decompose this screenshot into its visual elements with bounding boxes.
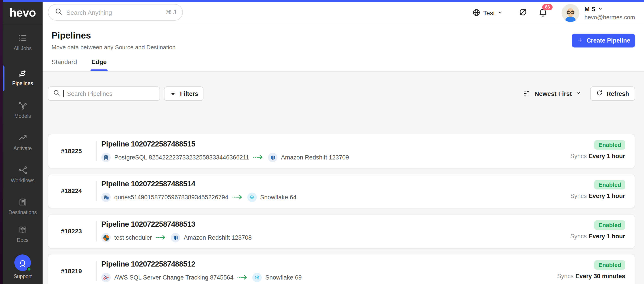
window-edge-strip [0, 0, 3, 284]
pipeline-flow: PostgreSQL 82542222373323255833344636621… [101, 153, 349, 162]
pipeline-flow: AWS SQL Server Change Tracking 8745564 ❄… [101, 273, 302, 282]
status-badge: Enabled [594, 260, 625, 270]
sidebar-item-label: Pipelines [12, 81, 33, 86]
pipeline-seq: #18224 [61, 187, 82, 194]
status-badge: Enabled [594, 220, 625, 230]
flow-arrow-icon [237, 274, 249, 282]
user-menu[interactable]: M S [584, 5, 635, 12]
destination-name: Snowflake 64 [260, 194, 296, 201]
snowflake-icon: ❄ [247, 193, 256, 202]
refresh-label: Refresh [606, 90, 629, 97]
global-search-input[interactable] [66, 9, 162, 16]
create-pipeline-button[interactable]: Create Pipeline [572, 34, 635, 47]
sidebar-item-destinations[interactable]: Destinations [3, 197, 42, 215]
sidebar-item-models[interactable]: Models [3, 101, 42, 119]
chevron-down-icon [598, 5, 603, 12]
support-online-dot [27, 267, 31, 272]
filters-label: Filters [180, 90, 198, 97]
divider [96, 181, 97, 201]
sidebar-item-label: Models [14, 113, 31, 119]
hevo-logo[interactable]: hevo [3, 2, 42, 24]
source-name: quries51490158770596783893455226794 [114, 194, 228, 201]
refresh-icon [596, 90, 603, 98]
create-pipeline-label: Create Pipeline [586, 37, 630, 44]
pipeline-seq: #18219 [61, 268, 82, 275]
sidebar-item-workflows[interactable]: Workflows [3, 165, 42, 183]
planet-icon [518, 7, 528, 19]
snowflake-icon: ❄ [252, 273, 262, 282]
pipeline-search-input[interactable] [67, 90, 155, 97]
divider [96, 141, 97, 161]
sidebar-item-label: Docs [17, 237, 28, 243]
sync-frequency: SyncsEvery 30 minutes [557, 273, 625, 280]
pipelines-icon [18, 68, 28, 78]
divider [96, 221, 97, 242]
destination-name: Amazon Redshift 123708 [184, 234, 252, 241]
sync-frequency: SyncsEvery 1 hour [570, 193, 625, 199]
flow-arrow-icon [232, 193, 244, 201]
postgresql-db-icon [101, 193, 111, 202]
pipeline-row[interactable]: #18223 Pipeline 1020722587488513 test sc… [48, 214, 635, 249]
scheduler-icon [101, 233, 111, 242]
user-email: hevo@hermes.com [584, 14, 635, 20]
postgresql-icon [101, 153, 111, 162]
sidebar-item-pipelines[interactable]: Pipelines [3, 68, 42, 86]
pipeline-row[interactable]: #18219 Pipeline 1020722587488512 AWS SQL… [48, 254, 635, 284]
pipeline-type-tabs: Standard Edge [52, 58, 107, 71]
sort-dropdown[interactable]: Newest First [523, 86, 582, 101]
models-icon [18, 101, 28, 111]
sidebar-item-label: Workflows [11, 178, 34, 183]
destinations-icon [18, 197, 28, 207]
sidebar-item-activate[interactable]: Activate [3, 133, 42, 151]
notification-count-badge: 86 [542, 4, 552, 10]
sidebar-item-docs[interactable]: Docs [3, 225, 42, 243]
pipeline-seq: #18225 [61, 147, 82, 155]
all-jobs-icon [18, 33, 28, 43]
sort-ascending-icon [523, 89, 531, 98]
page-title: Pipelines [52, 30, 91, 41]
sidebar-item-support[interactable]: Support [3, 255, 42, 279]
environment-switcher[interactable]: Test [472, 8, 503, 18]
plus-icon [576, 36, 583, 44]
topbar: ⌘ J Test 86 [42, 2, 644, 24]
source-name: test scheduler [114, 234, 152, 241]
sidebar-item-all-jobs[interactable]: All Jobs [3, 33, 42, 51]
text-caret [63, 90, 64, 97]
notifications-button[interactable]: 86 [538, 7, 548, 18]
support-headset-icon [14, 255, 31, 271]
filter-icon [169, 89, 176, 98]
pipeline-seq: #18223 [61, 228, 82, 235]
destination-name: Snowflake 69 [265, 274, 302, 281]
pipeline-name: Pipeline 1020722587488513 [101, 220, 195, 229]
hevo-logo-text: hevo [10, 6, 36, 20]
tab-edge[interactable]: Edge [92, 58, 107, 71]
pipeline-flow: quries51490158770596783893455226794 ❄ Sn… [101, 193, 296, 202]
sort-label: Newest First [535, 90, 572, 97]
pipeline-row[interactable]: #18225 Pipeline 1020722587488515 Postgre… [48, 134, 635, 168]
sidebar-item-label: Activate [14, 146, 32, 151]
pipeline-name: Pipeline 1020722587488514 [101, 180, 195, 188]
activate-icon [18, 133, 28, 143]
workflows-icon [18, 165, 28, 175]
whats-new-button[interactable] [518, 7, 528, 19]
status-badge: Enabled [594, 140, 625, 150]
sync-frequency: SyncsEvery 1 hour [570, 153, 625, 159]
avatar[interactable] [562, 4, 580, 22]
sidebar: hevo All Jobs Pipelines Models Act [3, 2, 42, 284]
filters-button[interactable]: Filters [164, 86, 204, 101]
sidebar-item-label: Destinations [8, 210, 37, 215]
user-name: M S [584, 5, 596, 12]
source-name: AWS SQL Server Change Tracking 8745564 [114, 274, 234, 281]
amazon-redshift-icon [171, 233, 180, 242]
flow-arrow-icon [156, 234, 167, 242]
page-subtitle: Move data between any Source and Destina… [52, 44, 176, 51]
pipeline-row[interactable]: #18224 Pipeline 1020722587488514 quries5… [48, 174, 635, 208]
sidebar-item-label: Support [14, 274, 32, 279]
tab-standard[interactable]: Standard [52, 58, 77, 71]
page-loading-bar [3, 0, 644, 2]
main-area: Pipelines Move data between any Source a… [42, 24, 644, 284]
refresh-button[interactable]: Refresh [590, 86, 635, 101]
global-search[interactable]: ⌘ J [48, 4, 183, 20]
pipeline-search[interactable] [48, 86, 160, 101]
pipeline-list-area: Filters Newest First Refresh #18225 [42, 72, 644, 284]
